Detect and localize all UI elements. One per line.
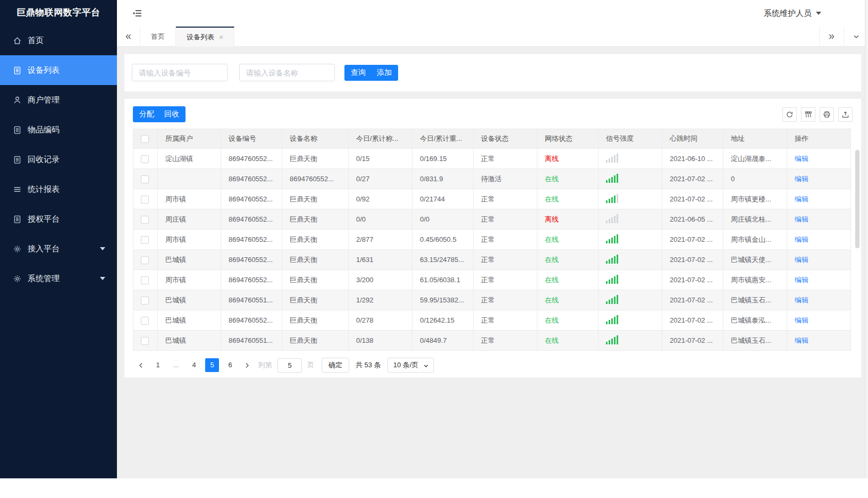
page-button-4[interactable]: 4	[187, 358, 201, 372]
column-header-today-count: 今日/累计称...	[349, 129, 412, 149]
cell-device-status: 正常	[474, 331, 537, 351]
confirm-page-button[interactable]: 确定	[322, 358, 349, 373]
sidebar-item-7[interactable]: 接入平台	[0, 234, 117, 264]
sidebar-item-4[interactable]: 回收记录	[0, 145, 117, 174]
sidebar-item-label: 物品编码	[28, 125, 60, 135]
user-name: 系统维护人员	[764, 9, 812, 19]
edit-link[interactable]: 编辑	[795, 276, 808, 284]
cell-actions: 编辑	[787, 310, 851, 331]
column-header-device-status: 设备状态	[474, 129, 537, 149]
cell-today-weight: 0/831.9	[412, 169, 474, 189]
cell-heartbeat: 2021-06-10 ...	[662, 149, 723, 169]
edit-link[interactable]: 编辑	[795, 195, 808, 203]
clipboard-icon	[13, 66, 22, 75]
select-all-checkbox[interactable]	[141, 135, 149, 143]
cell-device-status: 正常	[474, 310, 537, 331]
page-button-1[interactable]: 1	[151, 358, 165, 372]
tabs-scroll-left-icon[interactable]	[117, 27, 140, 47]
signal-strength-icon	[606, 173, 618, 183]
menu-collapse-icon[interactable]	[131, 7, 144, 20]
row-checkbox[interactable]	[141, 297, 149, 305]
edit-link[interactable]: 编辑	[795, 256, 808, 264]
cell-device-no: 8694760552...	[221, 270, 282, 290]
cell-address: 巴城镇玉石...	[723, 331, 787, 351]
cell-checkbox	[133, 209, 158, 230]
sidebar-item-5[interactable]: 统计报表	[0, 174, 117, 204]
row-checkbox[interactable]	[141, 155, 149, 163]
page-button-5[interactable]: 5	[205, 358, 219, 372]
table-row: 周市镇 8694760552... 巨鼎天衡 0/92 0/21744 正常 在…	[133, 189, 851, 209]
next-page-icon[interactable]	[239, 358, 255, 372]
cell-checkbox	[133, 230, 158, 250]
add-button[interactable]: 添加	[370, 65, 398, 81]
sidebar-item-6[interactable]: 授权平台	[0, 204, 117, 234]
sidebar-item-8[interactable]: 系统管理	[0, 264, 117, 293]
pagination: 1...456 到第 页 确定 共 53 条 10 条/页	[133, 357, 434, 373]
cell-network-status: 离线	[537, 149, 599, 169]
edit-link[interactable]: 编辑	[795, 175, 808, 183]
cell-today-count: 0/27	[349, 169, 412, 189]
export-icon[interactable]	[838, 107, 853, 122]
row-checkbox[interactable]	[141, 236, 149, 244]
tab-close-icon[interactable]: ×	[219, 28, 223, 46]
tab-1[interactable]: 设备列表 ×	[176, 27, 234, 47]
edit-link[interactable]: 编辑	[795, 336, 808, 344]
total-count-label: 共 53 条	[356, 360, 381, 370]
page-button-6[interactable]: 6	[223, 358, 237, 372]
cell-actions: 编辑	[787, 290, 851, 310]
table-row: 周市镇 8694760552... 巨鼎天衡 3/200 61.05/6038.…	[133, 270, 851, 290]
user-menu[interactable]: 系统维护人员	[764, 0, 821, 27]
device-table-body: 淀山湖镇 8694760552... 巨鼎天衡 0/15 0/169.15 正常…	[133, 149, 851, 351]
window-scrollbar[interactable]	[865, 0, 868, 478]
tab-bar-right-controls	[819, 27, 868, 46]
row-checkbox[interactable]	[141, 337, 149, 345]
refresh-icon[interactable]	[782, 107, 797, 122]
recycle-button[interactable]: 回收	[158, 106, 186, 122]
row-checkbox[interactable]	[141, 196, 149, 204]
prev-page-icon[interactable]	[133, 358, 149, 372]
cell-today-count: 1/292	[349, 290, 412, 310]
assign-button[interactable]: 分配	[133, 106, 161, 122]
cell-merchant: 巴城镇	[158, 331, 221, 351]
row-checkbox[interactable]	[141, 256, 149, 264]
edit-link[interactable]: 编辑	[795, 235, 808, 243]
clipboard-icon	[13, 215, 22, 224]
table-scrollbar-thumb[interactable]	[855, 150, 859, 248]
edit-link[interactable]: 编辑	[795, 155, 808, 163]
lines-icon	[13, 185, 22, 194]
sidebar-item-3[interactable]: 物品编码	[0, 115, 117, 145]
column-header-checkbox	[133, 129, 158, 149]
top-header: 系统维护人员	[117, 0, 868, 27]
edit-link[interactable]: 编辑	[795, 316, 808, 324]
goto-page-input[interactable]	[277, 358, 302, 373]
row-checkbox[interactable]	[141, 276, 149, 284]
table-row: 周市镇 8694760552... 巨鼎天衡 2/877 0.45/6050.5…	[133, 230, 851, 250]
table-row: 巴城镇 8694760552... 巨鼎天衡 0/278 0/12642.15 …	[133, 310, 851, 331]
edit-link[interactable]: 编辑	[795, 296, 808, 304]
edit-link[interactable]: 编辑	[795, 215, 808, 223]
tab-0[interactable]: 首页	[140, 27, 176, 47]
device-no-input[interactable]	[132, 64, 227, 81]
sidebar-item-2[interactable]: 商户管理	[0, 85, 117, 115]
sidebar-item-1[interactable]: 设备列表	[0, 55, 117, 85]
cell-address: 淀山湖晟泰...	[723, 149, 787, 169]
search-button[interactable]: 查询	[344, 65, 372, 81]
row-checkbox[interactable]	[141, 175, 149, 183]
signal-strength-icon	[606, 193, 618, 203]
device-name-input[interactable]	[239, 64, 335, 81]
page-size-select[interactable]: 10 条/页	[387, 358, 434, 373]
column-header-signal: 信号强度	[599, 129, 662, 149]
print-icon[interactable]	[820, 107, 834, 122]
tabs-scroll-right-icon[interactable]	[819, 27, 844, 47]
table-row: 淀山湖镇 8694760552... 巨鼎天衡 0/15 0/169.15 正常…	[133, 149, 851, 169]
sidebar-item-0[interactable]: 首页	[0, 26, 117, 55]
cell-today-count: 3/200	[349, 270, 412, 290]
table-row: 巴城镇 8694760551... 巨鼎天衡 1/292 59.95/15382…	[133, 290, 851, 310]
row-checkbox[interactable]	[141, 317, 149, 325]
columns-filter-icon[interactable]	[801, 107, 815, 122]
cell-device-no: 8694760552...	[221, 250, 282, 270]
row-checkbox[interactable]	[141, 216, 149, 224]
cell-today-weight: 0/4849.7	[412, 331, 474, 351]
signal-strength-icon	[606, 254, 618, 264]
cell-merchant: 周庄镇	[158, 209, 221, 230]
